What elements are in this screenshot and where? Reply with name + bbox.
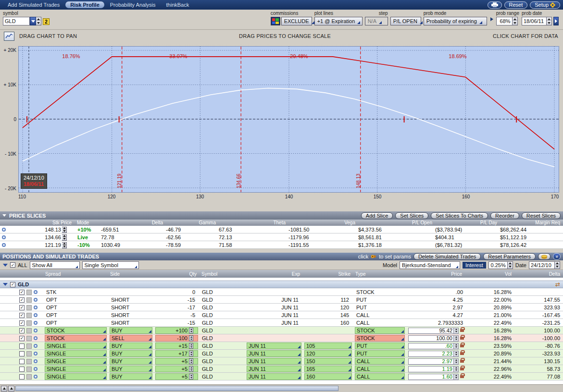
side-field[interactable] bbox=[110, 289, 152, 295]
row-marker-icon[interactable] bbox=[34, 336, 38, 340]
qty-field[interactable]: +15 bbox=[155, 343, 198, 349]
price-stepper[interactable] bbox=[454, 343, 459, 349]
price-stepper[interactable] bbox=[454, 328, 459, 334]
pl-mode-select[interactable]: P/L OPEN bbox=[390, 17, 421, 25]
expiration-field[interactable]: JUN 11 bbox=[247, 373, 301, 380]
row-marker-icon[interactable] bbox=[34, 329, 38, 332]
strike-field[interactable]: 105 bbox=[304, 343, 352, 349]
price-field[interactable]: 2.7933333 bbox=[408, 320, 464, 326]
row-checkbox[interactable] bbox=[19, 320, 25, 326]
spread-field[interactable]: OPT bbox=[45, 319, 107, 326]
row-checkbox[interactable] bbox=[19, 336, 25, 341]
price-stepper[interactable] bbox=[454, 374, 459, 380]
price-field[interactable]: .60 bbox=[408, 343, 454, 349]
qty-field[interactable]: +5 bbox=[155, 366, 198, 372]
reset-slices-button[interactable]: Reset Slices bbox=[522, 212, 561, 219]
strike-field[interactable]: 120 bbox=[304, 350, 352, 357]
qty-field[interactable]: 0 bbox=[155, 289, 198, 295]
collapse-positions-icon[interactable] bbox=[3, 264, 8, 269]
symbol-dropdown-button[interactable] bbox=[30, 17, 36, 25]
side-field[interactable]: BUY bbox=[110, 358, 152, 365]
qty-stepper[interactable] bbox=[189, 335, 193, 341]
slice-price-stepper[interactable] bbox=[62, 234, 67, 241]
price-field[interactable]: 2.97 bbox=[408, 358, 454, 365]
row-marker-icon[interactable] bbox=[34, 313, 38, 317]
strike-field[interactable] bbox=[304, 289, 352, 295]
expiration-field[interactable]: JUN 11 bbox=[247, 366, 301, 372]
spread-field[interactable]: SINGLE bbox=[45, 358, 107, 365]
horizontal-scrollbar[interactable] bbox=[0, 384, 563, 392]
price-field[interactable]: 1.60 bbox=[408, 374, 454, 380]
col-delta[interactable]: Delta bbox=[101, 220, 166, 225]
side-field[interactable]: BUY bbox=[110, 366, 152, 372]
price-lock-icon[interactable] bbox=[460, 375, 464, 378]
type-field[interactable]: CALL bbox=[355, 312, 405, 318]
type-field[interactable]: CALL bbox=[355, 319, 405, 326]
reorder-button[interactable]: Reorder bbox=[490, 212, 519, 219]
slice-price-stepper[interactable] bbox=[62, 227, 67, 233]
qty-field[interactable]: +17 bbox=[155, 350, 198, 357]
strike-field[interactable]: 160 bbox=[304, 319, 352, 326]
spread-field[interactable]: STK bbox=[45, 289, 107, 295]
symbol-stepper[interactable] bbox=[36, 17, 41, 25]
qty-field[interactable]: -15 bbox=[155, 296, 198, 303]
price-field[interactable]: 4.25 bbox=[408, 297, 464, 303]
spread-field[interactable]: OPT bbox=[45, 304, 107, 311]
slice-price-field[interactable]: 121.19 bbox=[14, 241, 75, 249]
col-delta[interactable]: Delta bbox=[514, 271, 563, 277]
expiration-field[interactable]: JUN 11 bbox=[247, 350, 301, 357]
type-field[interactable]: STOCK bbox=[355, 327, 405, 334]
col-theta[interactable]: Theta bbox=[219, 220, 288, 225]
row-checkbox[interactable] bbox=[19, 290, 25, 295]
side-field[interactable]: BUY bbox=[110, 373, 152, 380]
slice-marker-icon[interactable] bbox=[2, 235, 6, 239]
spread-field[interactable]: OPT bbox=[45, 312, 107, 318]
price-lock-icon[interactable] bbox=[460, 368, 464, 370]
show-filter-select[interactable]: Show All bbox=[30, 261, 80, 269]
row-checkbox[interactable] bbox=[19, 313, 25, 318]
expiration-field[interactable]: JUN 11 bbox=[247, 319, 301, 326]
side-field[interactable]: BUY bbox=[110, 327, 152, 334]
price-stepper[interactable] bbox=[454, 351, 459, 357]
price-stepper[interactable] bbox=[454, 366, 459, 372]
price-lock-icon[interactable] bbox=[460, 344, 464, 347]
expiration-field[interactable]: JUN 11 bbox=[247, 304, 301, 311]
prob-date-stepper[interactable] bbox=[547, 17, 552, 25]
strike-field[interactable]: 165 bbox=[304, 366, 352, 372]
qty-field[interactable]: +5 bbox=[155, 358, 198, 365]
price-field[interactable]: 2.97 bbox=[408, 305, 464, 311]
print-button[interactable] bbox=[488, 1, 502, 9]
strike-field[interactable]: 145 bbox=[304, 312, 352, 318]
col-stk-price[interactable]: Stk Price bbox=[14, 220, 75, 225]
row-marker-icon[interactable] bbox=[34, 352, 38, 355]
price-field[interactable]: 100.00 bbox=[408, 335, 454, 342]
price-field[interactable]: 1.19 bbox=[408, 366, 454, 372]
tab-add-simulated-trades[interactable]: Add Simulated Trades bbox=[3, 1, 64, 8]
expand-arrow-icon[interactable] bbox=[490, 17, 495, 21]
commission-structure-icon[interactable] bbox=[271, 17, 280, 25]
col-side[interactable]: Side bbox=[108, 271, 154, 277]
side-field[interactable]: BUY bbox=[110, 343, 152, 349]
tab-thinkback[interactable]: thinkBack bbox=[162, 1, 194, 8]
price-field[interactable]: 95.42 bbox=[408, 328, 454, 334]
slice-mode[interactable]: Live bbox=[75, 233, 101, 241]
reset-button[interactable]: Reset bbox=[504, 1, 528, 9]
qty-field[interactable]: +100 bbox=[155, 327, 198, 334]
row-checkbox[interactable] bbox=[19, 359, 25, 364]
row-marker-icon[interactable] bbox=[34, 344, 38, 348]
prob-mode-select[interactable]: Probability of expiring bbox=[424, 17, 487, 25]
type-field[interactable]: STOCK bbox=[355, 335, 405, 342]
group-settings-icon[interactable]: ⇄ bbox=[555, 282, 560, 287]
expiration-field[interactable]: JUN 11 bbox=[247, 358, 301, 365]
col-mode[interactable]: Mode bbox=[75, 220, 101, 225]
expiration-field[interactable]: JUN 11 bbox=[247, 343, 301, 349]
interest-stepper[interactable] bbox=[508, 261, 513, 269]
strike-field[interactable]: 150 bbox=[304, 358, 352, 365]
type-field[interactable]: CALL bbox=[355, 373, 405, 380]
strike-field[interactable]: 112 bbox=[304, 296, 352, 303]
price-field[interactable]: 4.27 bbox=[408, 312, 464, 318]
side-field[interactable]: SELL bbox=[110, 335, 152, 342]
price-field[interactable]: .00 bbox=[408, 289, 464, 295]
set-slices-button[interactable]: Set Slices bbox=[395, 212, 428, 219]
qty-field[interactable]: -15 bbox=[155, 319, 198, 326]
